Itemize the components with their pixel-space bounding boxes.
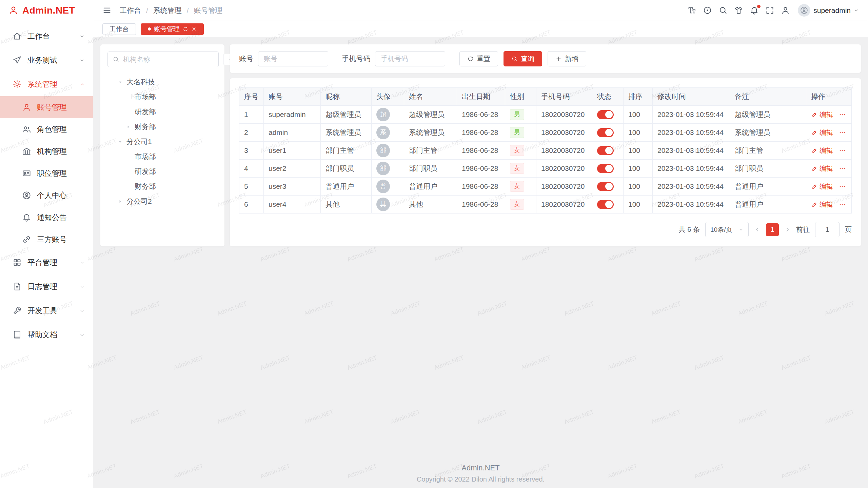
cell-index: 1	[239, 106, 264, 124]
caret-right-icon[interactable]	[126, 124, 131, 129]
row-more-button[interactable]	[839, 183, 846, 190]
org-search-field[interactable]	[122, 55, 214, 64]
cell-status[interactable]	[592, 124, 624, 142]
theme-icon[interactable]	[734, 6, 743, 15]
next-page-button[interactable]	[784, 226, 791, 233]
row-more-button[interactable]	[839, 165, 846, 172]
cell-name: 普通用户	[404, 178, 457, 196]
gender-badge: 男	[510, 109, 524, 120]
tree-node-市场部[interactable]: 市场部	[107, 149, 217, 164]
prev-page-button[interactable]	[754, 226, 761, 233]
tree-node-分公司1[interactable]: 分公司1	[107, 134, 217, 149]
cell-gender: 女	[505, 160, 536, 178]
edit-button[interactable]: 编辑	[811, 200, 833, 209]
tree-node-财务部[interactable]: 财务部	[107, 179, 217, 194]
table-row: 2admin系统管理员系系统管理员1986-06-28男180200307201…	[239, 124, 852, 142]
status-toggle[interactable]	[597, 164, 614, 173]
sidebar-subitem-三方账号[interactable]: 三方账号	[0, 228, 93, 250]
topbar-actions: superadmin	[687, 4, 859, 17]
cell-modify-time: 2023-01-03 10:59:44	[653, 196, 730, 214]
sidebar-subitem-角色管理[interactable]: 角色管理	[0, 118, 93, 140]
user-menu[interactable]: superadmin	[798, 4, 859, 17]
notification-bell[interactable]	[750, 6, 759, 15]
cell-status[interactable]	[592, 178, 624, 196]
chevron-icon	[79, 34, 85, 39]
caret-right-icon[interactable]	[118, 199, 123, 204]
fullscreen-icon[interactable]	[765, 6, 774, 15]
sidebar-item-系统管理[interactable]: 系统管理	[0, 72, 93, 96]
cell-status[interactable]	[592, 106, 624, 124]
tree-node-分公司2[interactable]: 分公司2	[107, 194, 217, 209]
caret-down-icon[interactable]	[118, 139, 123, 144]
search-button[interactable]: 查询	[504, 51, 542, 66]
edit-button[interactable]: 编辑	[811, 128, 833, 137]
tab-refresh-icon[interactable]	[183, 26, 188, 32]
edit-button[interactable]: 编辑	[811, 182, 833, 191]
sidebar-subitem-通知公告[interactable]: 通知公告	[0, 206, 93, 228]
edit-button[interactable]: 编辑	[811, 110, 833, 119]
status-toggle[interactable]	[597, 128, 614, 137]
breadcrumb-separator: /	[146, 6, 148, 15]
tree-node-财务部[interactable]: 财务部	[107, 119, 217, 134]
cell-actions[interactable]: 编辑	[806, 106, 852, 124]
sidebar-item-平台管理[interactable]: 平台管理	[0, 250, 93, 274]
cell-actions[interactable]: 编辑	[806, 178, 852, 196]
tab-工作台[interactable]: 工作台	[102, 23, 136, 35]
sidebar-item-开发工具[interactable]: 开发工具	[0, 299, 93, 323]
phone-input[interactable]	[375, 51, 445, 66]
status-toggle[interactable]	[597, 182, 614, 191]
tab-close-icon[interactable]	[191, 26, 197, 32]
status-toggle[interactable]	[597, 110, 614, 119]
sidebar-subitem-职位管理[interactable]: 职位管理	[0, 162, 93, 184]
cell-status[interactable]	[592, 142, 624, 160]
tree-node-大名科技[interactable]: 大名科技	[107, 75, 217, 89]
sidebar-item-帮助文档[interactable]: 帮助文档	[0, 323, 93, 347]
current-page[interactable]: 1	[766, 223, 779, 236]
font-size-icon[interactable]	[687, 6, 696, 15]
org-search-input[interactable]	[107, 52, 219, 67]
status-toggle[interactable]	[597, 200, 614, 209]
cell-actions[interactable]: 编辑	[806, 160, 852, 178]
sidebar-subitem-账号管理[interactable]: 账号管理	[0, 96, 93, 118]
target-icon[interactable]	[703, 6, 712, 15]
tree-node-研发部[interactable]: 研发部	[107, 104, 217, 119]
status-toggle[interactable]	[597, 146, 614, 155]
account-input[interactable]	[258, 51, 328, 66]
caret-down-icon[interactable]	[118, 80, 123, 85]
book-icon	[13, 330, 22, 339]
sidebar-subitem-机构管理[interactable]: 机构管理	[0, 140, 93, 162]
breadcrumb-item[interactable]: 工作台	[120, 6, 141, 15]
add-button[interactable]: 新增	[548, 51, 586, 66]
edit-label: 编辑	[820, 128, 833, 137]
cell-actions[interactable]: 编辑	[806, 142, 852, 160]
tree-node-市场部[interactable]: 市场部	[107, 89, 217, 104]
user-icon[interactable]	[781, 6, 790, 15]
tab-账号管理[interactable]: 账号管理	[141, 23, 204, 35]
row-more-button[interactable]	[839, 129, 846, 136]
cell-status[interactable]	[592, 160, 624, 178]
sidebar-subitem-个人中心[interactable]: 个人中心	[0, 184, 93, 206]
edit-button[interactable]: 编辑	[811, 146, 833, 155]
breadcrumb-item[interactable]: 账号管理	[194, 6, 222, 15]
goto-page-input[interactable]	[815, 222, 840, 237]
sidebar-item-日志管理[interactable]: 日志管理	[0, 274, 93, 299]
search-icon[interactable]	[718, 6, 728, 15]
collapse-menu-icon[interactable]	[102, 6, 112, 15]
edit-icon	[811, 147, 817, 154]
reset-button[interactable]: 重置	[459, 51, 498, 66]
tree-node-研发部[interactable]: 研发部	[107, 164, 217, 179]
row-more-button[interactable]	[839, 147, 846, 154]
page-size-select[interactable]: 10条/页	[705, 222, 749, 237]
reset-button-label: 重置	[477, 54, 490, 63]
cell-actions[interactable]: 编辑	[806, 196, 852, 214]
logo[interactable]: Admin.NET	[0, 0, 93, 21]
edit-button[interactable]: 编辑	[811, 164, 833, 173]
breadcrumb-item[interactable]: 系统管理	[153, 6, 182, 15]
cell-actions[interactable]: 编辑	[806, 124, 852, 142]
cell-status[interactable]	[592, 196, 624, 214]
sidebar-item-业务测试[interactable]: 业务测试	[0, 48, 93, 72]
row-more-button[interactable]	[839, 111, 846, 118]
sidebar-item-工作台[interactable]: 工作台	[0, 24, 93, 48]
row-more-button[interactable]	[839, 201, 846, 208]
gender-badge: 女	[510, 181, 524, 191]
